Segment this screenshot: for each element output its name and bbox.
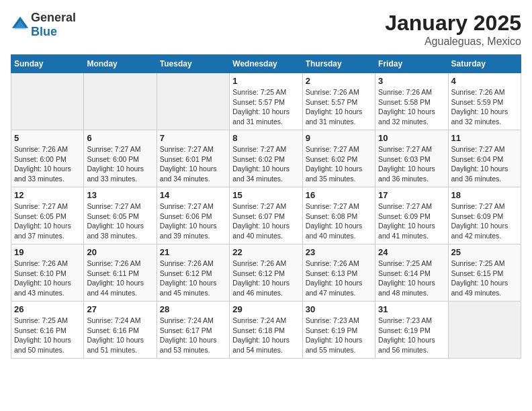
calendar-cell: 19Sunrise: 7:26 AMSunset: 6:10 PMDayligh… bbox=[11, 244, 84, 302]
day-info: Sunrise: 7:27 AMSunset: 6:09 PMDaylight:… bbox=[378, 201, 445, 241]
calendar-cell: 11Sunrise: 7:27 AMSunset: 6:04 PMDayligh… bbox=[448, 130, 521, 187]
calendar-header-thursday: Thursday bbox=[302, 55, 375, 73]
day-number: 20 bbox=[87, 247, 153, 257]
day-number: 16 bbox=[306, 190, 372, 200]
page-header: General Blue January 2025 Agualeguas, Me… bbox=[11, 11, 521, 48]
day-number: 17 bbox=[378, 190, 445, 200]
calendar-week-row: 19Sunrise: 7:26 AMSunset: 6:10 PMDayligh… bbox=[11, 244, 521, 302]
calendar-cell: 21Sunrise: 7:26 AMSunset: 6:12 PMDayligh… bbox=[157, 244, 229, 302]
logo-text-general: General bbox=[31, 11, 76, 24]
day-info: Sunrise: 7:26 AMSunset: 5:57 PMDaylight:… bbox=[306, 87, 372, 127]
calendar-cell bbox=[157, 73, 229, 130]
day-number: 7 bbox=[160, 133, 226, 143]
day-number: 3 bbox=[378, 76, 445, 86]
calendar-cell: 7Sunrise: 7:27 AMSunset: 6:01 PMDaylight… bbox=[157, 130, 229, 187]
calendar-cell: 17Sunrise: 7:27 AMSunset: 6:09 PMDayligh… bbox=[375, 187, 448, 244]
day-info: Sunrise: 7:27 AMSunset: 6:05 PMDaylight:… bbox=[87, 201, 153, 241]
day-info: Sunrise: 7:26 AMSunset: 5:59 PMDaylight:… bbox=[451, 87, 518, 127]
day-info: Sunrise: 7:27 AMSunset: 6:02 PMDaylight:… bbox=[306, 144, 372, 184]
day-info: Sunrise: 7:26 AMSunset: 6:11 PMDaylight:… bbox=[87, 259, 153, 298]
day-number: 21 bbox=[160, 247, 226, 257]
day-number: 9 bbox=[306, 133, 372, 143]
day-info: Sunrise: 7:26 AMSunset: 6:10 PMDaylight:… bbox=[14, 259, 81, 298]
calendar-header-wednesday: Wednesday bbox=[230, 55, 302, 73]
day-number: 11 bbox=[451, 133, 518, 143]
calendar-cell: 25Sunrise: 7:25 AMSunset: 6:15 PMDayligh… bbox=[448, 244, 521, 302]
day-number: 30 bbox=[306, 304, 372, 314]
day-number: 10 bbox=[378, 133, 445, 143]
day-number: 6 bbox=[87, 133, 153, 143]
calendar-cell: 30Sunrise: 7:23 AMSunset: 6:19 PMDayligh… bbox=[302, 302, 375, 359]
day-number: 23 bbox=[306, 247, 372, 257]
logo-text-blue: Blue bbox=[31, 25, 57, 38]
month-title: January 2025 bbox=[385, 11, 521, 36]
calendar-header-monday: Monday bbox=[84, 55, 157, 73]
day-number: 29 bbox=[232, 304, 299, 314]
calendar-cell: 29Sunrise: 7:24 AMSunset: 6:18 PMDayligh… bbox=[230, 302, 302, 359]
day-number: 22 bbox=[232, 247, 299, 257]
calendar-cell: 12Sunrise: 7:27 AMSunset: 6:05 PMDayligh… bbox=[11, 187, 84, 244]
day-info: Sunrise: 7:25 AMSunset: 6:14 PMDaylight:… bbox=[378, 259, 445, 298]
day-info: Sunrise: 7:27 AMSunset: 6:01 PMDaylight:… bbox=[160, 144, 226, 184]
day-info: Sunrise: 7:24 AMSunset: 6:17 PMDaylight:… bbox=[160, 316, 226, 355]
calendar-cell: 24Sunrise: 7:25 AMSunset: 6:14 PMDayligh… bbox=[375, 244, 448, 302]
day-number: 15 bbox=[232, 190, 299, 200]
day-info: Sunrise: 7:26 AMSunset: 6:12 PMDaylight:… bbox=[232, 259, 299, 298]
calendar-header-sunday: Sunday bbox=[11, 55, 84, 73]
day-info: Sunrise: 7:23 AMSunset: 6:19 PMDaylight:… bbox=[378, 316, 445, 355]
day-info: Sunrise: 7:25 AMSunset: 6:15 PMDaylight:… bbox=[451, 259, 518, 298]
calendar-cell: 13Sunrise: 7:27 AMSunset: 6:05 PMDayligh… bbox=[84, 187, 157, 244]
day-info: Sunrise: 7:27 AMSunset: 6:09 PMDaylight:… bbox=[451, 201, 518, 241]
location-title: Agualeguas, Mexico bbox=[385, 36, 521, 48]
calendar-cell: 23Sunrise: 7:26 AMSunset: 6:13 PMDayligh… bbox=[302, 244, 375, 302]
day-info: Sunrise: 7:27 AMSunset: 6:05 PMDaylight:… bbox=[14, 201, 81, 241]
day-number: 18 bbox=[451, 190, 518, 200]
day-number: 14 bbox=[160, 190, 226, 200]
day-info: Sunrise: 7:25 AMSunset: 5:57 PMDaylight:… bbox=[232, 87, 299, 127]
calendar-cell: 22Sunrise: 7:26 AMSunset: 6:12 PMDayligh… bbox=[230, 244, 302, 302]
calendar-header-friday: Friday bbox=[375, 55, 448, 73]
day-info: Sunrise: 7:26 AMSunset: 5:58 PMDaylight:… bbox=[378, 87, 445, 127]
day-number: 8 bbox=[232, 133, 299, 143]
calendar-cell bbox=[448, 302, 521, 359]
day-info: Sunrise: 7:27 AMSunset: 6:00 PMDaylight:… bbox=[87, 144, 153, 184]
day-info: Sunrise: 7:26 AMSunset: 6:13 PMDaylight:… bbox=[306, 259, 372, 298]
day-number: 13 bbox=[87, 190, 153, 200]
day-info: Sunrise: 7:26 AMSunset: 6:00 PMDaylight:… bbox=[14, 144, 81, 184]
calendar-cell: 8Sunrise: 7:27 AMSunset: 6:02 PMDaylight… bbox=[230, 130, 302, 187]
day-number: 24 bbox=[378, 247, 445, 257]
calendar-table: SundayMondayTuesdayWednesdayThursdayFrid… bbox=[11, 54, 521, 359]
calendar-cell: 26Sunrise: 7:25 AMSunset: 6:16 PMDayligh… bbox=[11, 302, 84, 359]
calendar-cell: 4Sunrise: 7:26 AMSunset: 5:59 PMDaylight… bbox=[448, 73, 521, 130]
logo: General Blue bbox=[11, 11, 76, 39]
day-info: Sunrise: 7:27 AMSunset: 6:06 PMDaylight:… bbox=[160, 201, 226, 241]
day-number: 27 bbox=[87, 304, 153, 314]
day-info: Sunrise: 7:27 AMSunset: 6:02 PMDaylight:… bbox=[232, 144, 299, 184]
calendar-week-row: 5Sunrise: 7:26 AMSunset: 6:00 PMDaylight… bbox=[11, 130, 521, 187]
calendar-cell: 6Sunrise: 7:27 AMSunset: 6:00 PMDaylight… bbox=[84, 130, 157, 187]
calendar-cell: 20Sunrise: 7:26 AMSunset: 6:11 PMDayligh… bbox=[84, 244, 157, 302]
day-info: Sunrise: 7:27 AMSunset: 6:03 PMDaylight:… bbox=[378, 144, 445, 184]
day-number: 5 bbox=[14, 133, 81, 143]
day-info: Sunrise: 7:23 AMSunset: 6:19 PMDaylight:… bbox=[306, 316, 372, 355]
calendar-header-tuesday: Tuesday bbox=[157, 55, 229, 73]
day-info: Sunrise: 7:27 AMSunset: 6:07 PMDaylight:… bbox=[232, 201, 299, 241]
day-info: Sunrise: 7:25 AMSunset: 6:16 PMDaylight:… bbox=[14, 316, 81, 355]
day-number: 28 bbox=[160, 304, 226, 314]
calendar-header-saturday: Saturday bbox=[448, 55, 521, 73]
calendar-cell: 15Sunrise: 7:27 AMSunset: 6:07 PMDayligh… bbox=[230, 187, 302, 244]
calendar-cell: 16Sunrise: 7:27 AMSunset: 6:08 PMDayligh… bbox=[302, 187, 375, 244]
calendar-cell: 3Sunrise: 7:26 AMSunset: 5:58 PMDaylight… bbox=[375, 73, 448, 130]
calendar-cell: 28Sunrise: 7:24 AMSunset: 6:17 PMDayligh… bbox=[157, 302, 229, 359]
day-number: 31 bbox=[378, 304, 445, 314]
calendar-week-row: 12Sunrise: 7:27 AMSunset: 6:05 PMDayligh… bbox=[11, 187, 521, 244]
calendar-cell: 5Sunrise: 7:26 AMSunset: 6:00 PMDaylight… bbox=[11, 130, 84, 187]
calendar-cell: 27Sunrise: 7:24 AMSunset: 6:16 PMDayligh… bbox=[84, 302, 157, 359]
day-info: Sunrise: 7:24 AMSunset: 6:18 PMDaylight:… bbox=[232, 316, 299, 355]
day-info: Sunrise: 7:24 AMSunset: 6:16 PMDaylight:… bbox=[87, 316, 153, 355]
calendar-week-row: 26Sunrise: 7:25 AMSunset: 6:16 PMDayligh… bbox=[11, 302, 521, 359]
calendar-cell: 9Sunrise: 7:27 AMSunset: 6:02 PMDaylight… bbox=[302, 130, 375, 187]
calendar-cell: 18Sunrise: 7:27 AMSunset: 6:09 PMDayligh… bbox=[448, 187, 521, 244]
day-number: 12 bbox=[14, 190, 81, 200]
day-number: 1 bbox=[232, 76, 299, 86]
